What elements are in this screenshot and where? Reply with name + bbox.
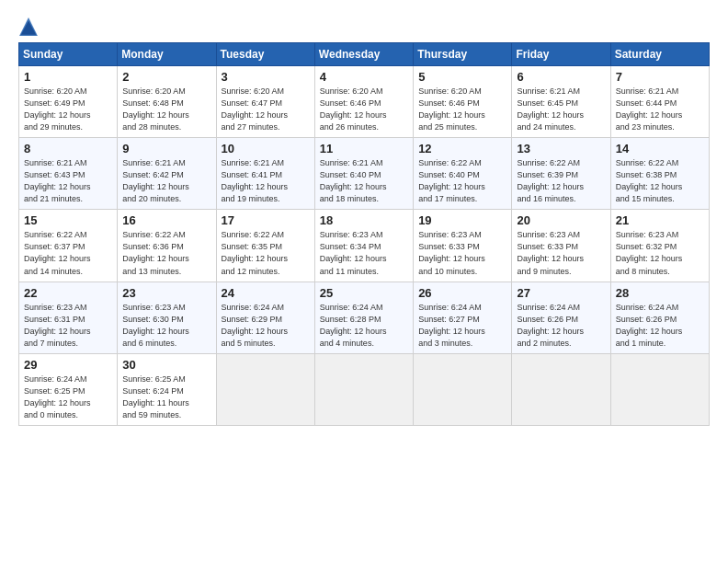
weekday-header-thursday: Thursday bbox=[414, 43, 512, 66]
day-details: Sunrise: 6:24 AM Sunset: 6:25 PM Dayligh… bbox=[24, 373, 112, 421]
day-number: 30 bbox=[122, 358, 210, 372]
day-details: Sunrise: 6:21 AM Sunset: 6:43 PM Dayligh… bbox=[24, 157, 112, 205]
calendar-cell: 11Sunrise: 6:21 AM Sunset: 6:40 PM Dayli… bbox=[314, 138, 413, 210]
header bbox=[18, 17, 710, 37]
calendar-cell bbox=[314, 353, 413, 425]
weekday-header-wednesday: Wednesday bbox=[314, 43, 413, 66]
calendar-week-5: 29Sunrise: 6:24 AM Sunset: 6:25 PM Dayli… bbox=[19, 353, 710, 425]
day-details: Sunrise: 6:24 AM Sunset: 6:27 PM Dayligh… bbox=[418, 302, 506, 350]
weekday-header-saturday: Saturday bbox=[610, 43, 709, 66]
day-number: 14 bbox=[616, 142, 704, 155]
day-details: Sunrise: 6:24 AM Sunset: 6:26 PM Dayligh… bbox=[616, 302, 704, 350]
calendar-cell: 28Sunrise: 6:24 AM Sunset: 6:26 PM Dayli… bbox=[610, 282, 709, 353]
generalblue-icon bbox=[18, 17, 39, 37]
day-details: Sunrise: 6:23 AM Sunset: 6:31 PM Dayligh… bbox=[24, 302, 112, 350]
calendar-cell: 12Sunrise: 6:22 AM Sunset: 6:40 PM Dayli… bbox=[414, 138, 512, 210]
day-details: Sunrise: 6:21 AM Sunset: 6:41 PM Dayligh… bbox=[222, 157, 310, 205]
calendar-cell: 30Sunrise: 6:25 AM Sunset: 6:24 PM Dayli… bbox=[118, 353, 216, 425]
calendar-cell: 2Sunrise: 6:20 AM Sunset: 6:48 PM Daylig… bbox=[118, 66, 216, 138]
calendar-cell: 5Sunrise: 6:20 AM Sunset: 6:46 PM Daylig… bbox=[414, 66, 512, 138]
calendar-week-4: 22Sunrise: 6:23 AM Sunset: 6:31 PM Dayli… bbox=[19, 282, 710, 353]
day-number: 28 bbox=[616, 286, 704, 300]
day-details: Sunrise: 6:24 AM Sunset: 6:28 PM Dayligh… bbox=[320, 302, 408, 350]
calendar-cell: 21Sunrise: 6:23 AM Sunset: 6:32 PM Dayli… bbox=[610, 210, 709, 282]
calendar-cell: 24Sunrise: 6:24 AM Sunset: 6:29 PM Dayli… bbox=[216, 282, 314, 353]
calendar-cell: 8Sunrise: 6:21 AM Sunset: 6:43 PM Daylig… bbox=[19, 138, 118, 210]
day-details: Sunrise: 6:21 AM Sunset: 6:44 PM Dayligh… bbox=[616, 86, 704, 133]
day-number: 16 bbox=[122, 213, 210, 227]
day-details: Sunrise: 6:23 AM Sunset: 6:34 PM Dayligh… bbox=[320, 229, 408, 277]
calendar-cell: 27Sunrise: 6:24 AM Sunset: 6:26 PM Dayli… bbox=[512, 282, 610, 353]
calendar-cell bbox=[610, 353, 709, 425]
day-details: Sunrise: 6:22 AM Sunset: 6:38 PM Dayligh… bbox=[616, 157, 704, 205]
day-number: 7 bbox=[616, 70, 704, 84]
day-number: 6 bbox=[517, 70, 605, 84]
calendar-cell: 15Sunrise: 6:22 AM Sunset: 6:37 PM Dayli… bbox=[19, 210, 118, 282]
day-details: Sunrise: 6:22 AM Sunset: 6:39 PM Dayligh… bbox=[517, 157, 605, 205]
day-number: 3 bbox=[222, 70, 310, 84]
day-number: 27 bbox=[517, 286, 605, 300]
day-number: 26 bbox=[418, 286, 506, 300]
day-number: 1 bbox=[24, 70, 112, 84]
calendar-cell: 25Sunrise: 6:24 AM Sunset: 6:28 PM Dayli… bbox=[314, 282, 413, 353]
calendar-table: SundayMondayTuesdayWednesdayThursdayFrid… bbox=[18, 42, 710, 426]
calendar-week-3: 15Sunrise: 6:22 AM Sunset: 6:37 PM Dayli… bbox=[19, 210, 710, 282]
calendar-week-1: 1Sunrise: 6:20 AM Sunset: 6:49 PM Daylig… bbox=[19, 66, 710, 138]
day-number: 18 bbox=[320, 213, 408, 227]
day-number: 20 bbox=[517, 213, 605, 227]
svg-marker-1 bbox=[21, 20, 37, 34]
day-number: 23 bbox=[122, 286, 210, 300]
weekday-header-tuesday: Tuesday bbox=[216, 43, 314, 66]
calendar-cell: 16Sunrise: 6:22 AM Sunset: 6:36 PM Dayli… bbox=[118, 210, 216, 282]
calendar-cell: 20Sunrise: 6:23 AM Sunset: 6:33 PM Dayli… bbox=[512, 210, 610, 282]
day-number: 19 bbox=[418, 213, 506, 227]
day-details: Sunrise: 6:20 AM Sunset: 6:48 PM Dayligh… bbox=[122, 86, 210, 133]
day-number: 9 bbox=[122, 142, 210, 155]
day-number: 25 bbox=[320, 286, 408, 300]
calendar-cell: 10Sunrise: 6:21 AM Sunset: 6:41 PM Dayli… bbox=[216, 138, 314, 210]
day-number: 12 bbox=[418, 142, 506, 155]
page: SundayMondayTuesdayWednesdayThursdayFrid… bbox=[0, 0, 728, 563]
day-details: Sunrise: 6:23 AM Sunset: 6:33 PM Dayligh… bbox=[418, 229, 506, 277]
calendar-cell: 9Sunrise: 6:21 AM Sunset: 6:42 PM Daylig… bbox=[118, 138, 216, 210]
calendar-cell bbox=[414, 353, 512, 425]
day-details: Sunrise: 6:24 AM Sunset: 6:26 PM Dayligh… bbox=[517, 302, 605, 350]
day-details: Sunrise: 6:22 AM Sunset: 6:40 PM Dayligh… bbox=[418, 157, 506, 205]
weekday-header-sunday: Sunday bbox=[19, 43, 118, 66]
day-details: Sunrise: 6:23 AM Sunset: 6:33 PM Dayligh… bbox=[517, 229, 605, 277]
day-details: Sunrise: 6:20 AM Sunset: 6:49 PM Dayligh… bbox=[24, 86, 112, 133]
day-number: 21 bbox=[616, 213, 704, 227]
calendar-cell: 18Sunrise: 6:23 AM Sunset: 6:34 PM Dayli… bbox=[314, 210, 413, 282]
day-details: Sunrise: 6:21 AM Sunset: 6:45 PM Dayligh… bbox=[517, 86, 605, 133]
day-number: 13 bbox=[517, 142, 605, 155]
day-details: Sunrise: 6:20 AM Sunset: 6:46 PM Dayligh… bbox=[418, 86, 506, 133]
calendar-cell: 23Sunrise: 6:23 AM Sunset: 6:30 PM Dayli… bbox=[118, 282, 216, 353]
day-details: Sunrise: 6:25 AM Sunset: 6:24 PM Dayligh… bbox=[122, 373, 210, 421]
day-details: Sunrise: 6:22 AM Sunset: 6:35 PM Dayligh… bbox=[222, 229, 310, 277]
calendar-cell: 7Sunrise: 6:21 AM Sunset: 6:44 PM Daylig… bbox=[610, 66, 709, 138]
day-number: 4 bbox=[320, 70, 408, 84]
day-details: Sunrise: 6:21 AM Sunset: 6:42 PM Dayligh… bbox=[122, 157, 210, 205]
day-details: Sunrise: 6:21 AM Sunset: 6:40 PM Dayligh… bbox=[320, 157, 408, 205]
day-details: Sunrise: 6:23 AM Sunset: 6:30 PM Dayligh… bbox=[122, 302, 210, 350]
day-number: 22 bbox=[24, 286, 112, 300]
calendar-cell: 22Sunrise: 6:23 AM Sunset: 6:31 PM Dayli… bbox=[19, 282, 118, 353]
calendar-cell bbox=[512, 353, 610, 425]
day-details: Sunrise: 6:20 AM Sunset: 6:47 PM Dayligh… bbox=[222, 86, 310, 133]
day-number: 11 bbox=[320, 142, 408, 155]
day-number: 29 bbox=[24, 358, 112, 372]
logo bbox=[18, 17, 40, 37]
calendar-header-row: SundayMondayTuesdayWednesdayThursdayFrid… bbox=[19, 43, 710, 66]
day-number: 10 bbox=[222, 142, 310, 155]
calendar-week-2: 8Sunrise: 6:21 AM Sunset: 6:43 PM Daylig… bbox=[19, 138, 710, 210]
day-details: Sunrise: 6:20 AM Sunset: 6:46 PM Dayligh… bbox=[320, 86, 408, 133]
calendar-cell: 14Sunrise: 6:22 AM Sunset: 6:38 PM Dayli… bbox=[610, 138, 709, 210]
weekday-header-monday: Monday bbox=[118, 43, 216, 66]
day-details: Sunrise: 6:24 AM Sunset: 6:29 PM Dayligh… bbox=[222, 302, 310, 350]
day-number: 15 bbox=[24, 213, 112, 227]
calendar-cell: 13Sunrise: 6:22 AM Sunset: 6:39 PM Dayli… bbox=[512, 138, 610, 210]
calendar-cell: 6Sunrise: 6:21 AM Sunset: 6:45 PM Daylig… bbox=[512, 66, 610, 138]
calendar-cell: 19Sunrise: 6:23 AM Sunset: 6:33 PM Dayli… bbox=[414, 210, 512, 282]
day-details: Sunrise: 6:22 AM Sunset: 6:36 PM Dayligh… bbox=[122, 229, 210, 277]
calendar-cell: 17Sunrise: 6:22 AM Sunset: 6:35 PM Dayli… bbox=[216, 210, 314, 282]
